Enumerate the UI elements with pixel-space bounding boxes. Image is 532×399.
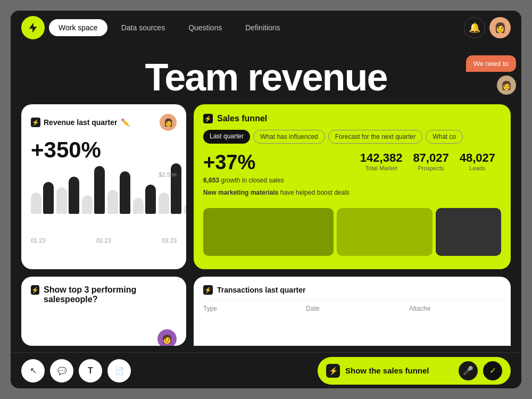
bar-group-0 [31,182,54,214]
we-need-badge: We need to [466,55,516,72]
notification-bell[interactable]: 🔔 [464,17,485,38]
bar-group-4 [133,185,156,214]
funnel-note-1: 6,653 growth in closed sales [203,176,350,185]
bar-light-4 [133,198,144,214]
tag-what-co[interactable]: What co [426,130,463,144]
stat-total-num: 142,382 [360,151,403,165]
comment-tool-button[interactable]: 💬 [50,359,73,383]
send-button[interactable]: ✓ [483,361,502,380]
funnel-stat-prospects: 87,027 Prospects [413,151,448,171]
bar-light-3 [107,190,118,214]
transactions-table-header: Type Date Attache [203,300,501,312]
funnel-notes: 6,653 growth in closed sales New marketi… [203,176,350,197]
funnel-big-pct: +37% [203,151,350,174]
query-bolt-icon: ⚡ [31,285,39,295]
date-label-1: 01.23 [31,237,46,244]
we-need-avatar: 👩 [497,76,516,95]
revenue-bar-chart: $2,5 m [31,171,177,235]
note1-bold: 6,653 [203,177,219,184]
bar-light-1 [56,187,67,214]
date-label-2: 02.23 [96,237,111,244]
revenue-big-number: +350% [31,137,177,163]
query-text: ⚡ Show top 3 performing salespeople? [31,285,177,304]
funnel-note-2: New marketing materials have helped boos… [203,188,350,197]
user-avatar[interactable]: 👩 [489,17,511,38]
funnel-block-2 [337,208,433,256]
tag-influenced[interactable]: What has influenced [253,130,325,144]
sales-funnel-card: ⚡ Sales funnel Last quarter What has inf… [194,104,511,269]
funnel-block-3 [436,208,501,256]
cursor-tool-button[interactable]: ↖ [21,359,45,383]
app-container: Work space Data sources Questions Defini… [11,11,521,388]
bottom-toolbar: ↖ 💬 T 📄 ⚡ Show the sales funnel 🎤 ✓ [11,352,521,388]
funnel-stats-row: +37% 6,653 growth in closed sales New ma… [203,151,501,201]
funnel-pct-col: +37% 6,653 growth in closed sales New ma… [203,151,350,201]
bar-light-2 [82,195,93,214]
col-date: Date [306,305,398,312]
chat-text: Show the sales funnel [345,366,453,375]
transactions-card: ⚡ Transactions last quarter Type Date At… [194,277,511,346]
tag-forecast[interactable]: Forecast for the next quarter [328,130,422,144]
note2-bold: New marketing materials [203,189,278,196]
col-attach: Attache [409,305,501,312]
chart-label-top: $2,5 m [159,171,177,178]
content-grid: ⚡ Revenue last quarter ✏️ 👩 +350% $2,5 m… [11,104,521,351]
note1-text: growth in closed sales [219,177,284,184]
page-title-area: Team revenue We need to 👩 [11,45,521,104]
document-tool-button[interactable]: 📄 [107,359,131,383]
edit-icon[interactable]: ✏️ [121,118,130,127]
bar-group-3 [107,171,130,214]
nav-questions[interactable]: Questions [179,19,231,36]
funnel-stat-total: 142,382 Total Market [360,151,403,171]
stat-total-label: Total Market [365,165,397,171]
date-label-3: 03.23 [162,237,177,244]
stat-prospects-label: Prospects [418,165,444,171]
revenue-title: Revenue last quarter [44,118,118,127]
svg-marker-0 [29,23,37,32]
transactions-title: ⚡ Transactions last quarter [203,285,501,295]
query-avatar: 🧑 [157,329,177,346]
revenue-avatar: 👩 [160,114,177,131]
tag-last-quarter[interactable]: Last quarter [203,130,250,144]
bar-dark-1 [69,177,79,214]
bar-dark-0 [43,182,54,214]
bar-light-0 [31,193,41,214]
revenue-card-header: ⚡ Revenue last quarter ✏️ 👩 [31,114,177,131]
funnel-block-1 [203,208,334,256]
bar-group-1 [56,177,79,214]
page-title: Team revenue [11,55,521,99]
col-type: Type [203,305,295,312]
navbar: Work space Data sources Questions Defini… [11,11,521,45]
transactions-label: Transactions last quarter [217,286,306,294]
nav-workspace[interactable]: Work space [49,19,107,36]
note2-text: have helped boost deals [278,189,349,196]
funnel-title: Sales funnel [217,114,267,123]
revenue-card: ⚡ Revenue last quarter ✏️ 👩 +350% $2,5 m… [21,104,186,269]
chart-dates: 01.23 02.23 03.23 [31,237,177,244]
logo-button[interactable] [21,16,45,39]
mic-button[interactable]: 🎤 [459,361,478,380]
bar-dark-3 [120,171,130,214]
stat-leads-num: 48,027 [460,151,495,165]
filter-tags: Last quarter What has influenced Forecas… [203,130,501,144]
bolt-icon: ⚡ [31,118,40,127]
funnel-header: ⚡ Sales funnel [203,114,501,123]
query-label: Show top 3 performing salespeople? [44,285,177,304]
bar-group-2 [82,166,105,214]
bar-dark-2 [94,166,105,214]
nav-definitions[interactable]: Definitions [236,19,289,36]
chat-input-area[interactable]: ⚡ Show the sales funnel 🎤 ✓ [318,357,511,385]
funnel-bolt-icon: ⚡ [203,114,213,123]
bar-group-6 [184,187,186,214]
text-tool-button[interactable]: T [79,359,102,383]
bar-dark-4 [145,185,156,214]
funnel-blocks [203,208,501,256]
bar-light-6 [184,203,186,214]
chat-bolt-icon: ⚡ [326,364,340,378]
bar-light-5 [159,193,169,214]
transactions-bolt-icon: ⚡ [203,285,213,295]
query-card: ⚡ Show top 3 performing salespeople? 🧑 [21,277,186,346]
nav-datasources[interactable]: Data sources [112,19,174,36]
funnel-stat-leads: 48,027 Leads [460,151,495,171]
stat-prospects-num: 87,027 [413,151,448,165]
